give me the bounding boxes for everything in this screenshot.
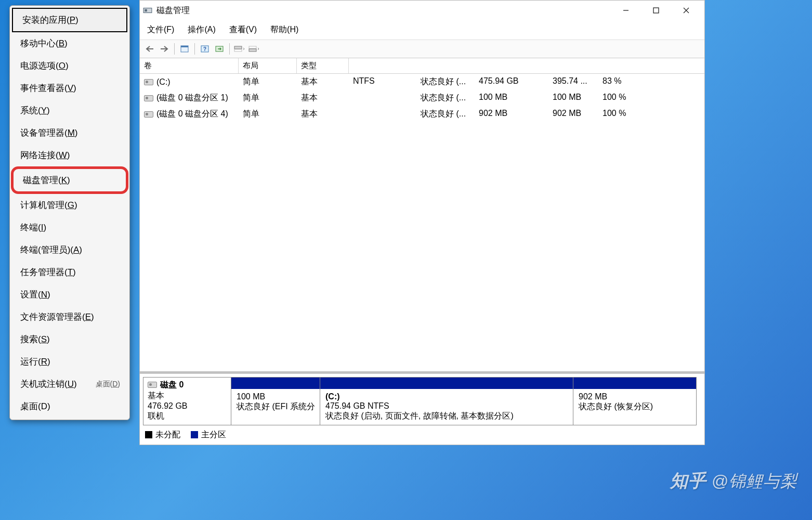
menu-help[interactable]: 帮助(H) (267, 22, 302, 37)
volume-layout: 简单 (239, 91, 297, 105)
toolbar: ? (140, 40, 704, 58)
disk-capacity: 476.92 GB (148, 401, 227, 411)
svg-rect-3 (653, 8, 659, 13)
chevron-right-icon: 桌面(D) (96, 380, 120, 389)
volume-fs: NTFS (349, 75, 416, 89)
toolbar-separator (174, 43, 175, 55)
volume-fs (349, 107, 416, 121)
svg-rect-13 (249, 46, 256, 48)
menu-item-settings[interactable]: 设置(N) (11, 283, 128, 306)
partition-size: 100 MB (237, 392, 315, 401)
partition-status: 状态良好 (启动, 页面文件, 故障转储, 基本数据分区) (325, 411, 568, 422)
volume-type: 基本 (297, 75, 349, 89)
menu-item-system[interactable]: 系统(Y) (11, 99, 128, 122)
volume-capacity: 475.94 GB (475, 75, 548, 89)
menu-item-task-manager[interactable]: 任务管理器(T) (11, 261, 128, 283)
winx-context-menu: 安装的应用(P) 移动中心(B) 电源选项(O) 事件查看器(V) 系统(Y) … (9, 5, 130, 420)
partition-bar (231, 378, 320, 389)
volume-table-header: 卷 布局 类型 (140, 58, 704, 74)
menu-item-event-viewer[interactable]: 事件查看器(V) (11, 77, 128, 99)
swatch-primary (191, 431, 198, 438)
menu-item-installed-apps[interactable]: 安装的应用(P) (12, 8, 127, 32)
app-icon (143, 6, 152, 15)
volume-type: 基本 (297, 107, 349, 121)
disk-label[interactable]: 磁盘 0 基本 476.92 GB 联机 (143, 377, 231, 425)
partition-efi[interactable]: 100 MB 状态良好 (EFI 系统分 (231, 377, 320, 425)
volume-pct: 83 % (598, 75, 640, 89)
col-volume[interactable]: 卷 (140, 58, 239, 73)
window-title: 磁盘管理 (156, 5, 611, 16)
swatch-unallocated (145, 431, 152, 438)
svg-text:?: ? (203, 46, 206, 52)
legend-primary: 主分区 (191, 430, 226, 440)
menu-item-mobility-center[interactable]: 移动中心(B) (11, 32, 128, 55)
menu-item-device-manager[interactable]: 设备管理器(M) (11, 122, 128, 144)
disk-state: 联机 (148, 411, 227, 422)
back-button[interactable] (143, 42, 156, 56)
col-type[interactable]: 类型 (297, 58, 349, 73)
menu-item-computer-management[interactable]: 计算机管理(G) (11, 194, 128, 216)
disk-graphical-view: 磁盘 0 基本 476.92 GB 联机 100 MB 状态良好 (EFI 系统… (140, 373, 704, 425)
menu-item-run[interactable]: 运行(R) (11, 350, 128, 373)
volume-free: 902 MB (548, 107, 598, 121)
volume-status: 状态良好 (... (416, 91, 475, 105)
volume-pct: 100 % (598, 107, 640, 121)
menu-item-terminal-admin[interactable]: 终端(管理员)(A) (11, 239, 128, 261)
view-top-button[interactable] (233, 42, 246, 56)
volume-row[interactable]: (C:) 简单 基本 NTFS 状态良好 (... 475.94 GB 395.… (140, 74, 704, 90)
partition-size: 475.94 GB NTFS (325, 401, 568, 411)
view-bottom-button[interactable] (247, 42, 261, 56)
volume-icon (144, 95, 153, 101)
partition-status: 状态良好 (恢复分区) (579, 401, 691, 412)
menu-item-file-explorer[interactable]: 文件资源管理器(E) (11, 306, 128, 328)
menu-item-desktop[interactable]: 桌面(D) (11, 395, 128, 418)
partition-bar (573, 378, 696, 389)
svg-rect-14 (249, 49, 256, 51)
volume-free: 100 MB (548, 91, 598, 105)
svg-rect-12 (234, 49, 242, 51)
forward-button[interactable] (158, 42, 171, 56)
menu-item-network-connections[interactable]: 网络连接(W) (11, 144, 128, 166)
volume-status: 状态良好 (... (416, 107, 475, 121)
refresh-button[interactable] (213, 42, 226, 56)
window-titlebar[interactable]: 磁盘管理 (140, 1, 704, 20)
properties-button[interactable] (178, 42, 191, 56)
menu-view[interactable]: 查看(V) (226, 22, 260, 37)
menu-item-terminal[interactable]: 终端(I) (11, 216, 128, 239)
minimize-button[interactable] (611, 1, 641, 20)
partition-recovery[interactable]: 902 MB 状态良好 (恢复分区) (573, 377, 697, 425)
volume-layout: 简单 (239, 107, 297, 121)
legend-bar: 未分配 主分区 (140, 425, 704, 445)
menu-file[interactable]: 文件(F) (144, 22, 177, 37)
disk-management-window: 磁盘管理 文件(F) 操作(A) 查看(V) 帮助(H) ? 卷 布局 类型 (139, 0, 705, 445)
svg-rect-1 (145, 9, 147, 12)
svg-rect-11 (234, 46, 242, 49)
partition-c[interactable]: (C:) 475.94 GB NTFS 状态良好 (启动, 页面文件, 故障转储… (320, 377, 573, 425)
col-layout[interactable]: 布局 (239, 58, 297, 73)
menu-item-power-options[interactable]: 电源选项(O) (11, 55, 128, 77)
partition-status: 状态良好 (EFI 系统分 (237, 401, 315, 412)
menu-item-search[interactable]: 搜索(S) (11, 328, 128, 350)
volume-capacity: 100 MB (475, 91, 548, 105)
menu-item-disk-management[interactable]: 磁盘管理(K) (11, 166, 128, 194)
toolbar-separator (194, 43, 195, 55)
maximize-button[interactable] (641, 1, 671, 20)
volume-pct: 100 % (598, 91, 640, 105)
svg-rect-7 (181, 46, 188, 47)
menubar: 文件(F) 操作(A) 查看(V) 帮助(H) (140, 20, 704, 40)
close-button[interactable] (671, 1, 701, 20)
volume-row[interactable]: (磁盘 0 磁盘分区 4) 简单 基本 状态良好 (... 902 MB 902… (140, 106, 704, 122)
disk-type: 基本 (148, 391, 227, 401)
help-icon[interactable]: ? (198, 42, 212, 56)
menu-action[interactable]: 操作(A) (185, 22, 218, 37)
volume-name: (磁盘 0 磁盘分区 4) (156, 109, 228, 120)
toolbar-separator (229, 43, 230, 55)
volume-type: 基本 (297, 91, 349, 105)
menu-item-shutdown[interactable]: 关机或注销(U)桌面(D) (11, 373, 128, 395)
volume-row[interactable]: (磁盘 0 磁盘分区 1) 简单 基本 状态良好 (... 100 MB 100… (140, 90, 704, 106)
partition-title: (C:) (325, 392, 568, 401)
volume-list-area: 卷 布局 类型 (C:) 简单 基本 NTFS 状态良好 (... 475.94… (140, 58, 704, 373)
volume-capacity: 902 MB (475, 107, 548, 121)
legend-unallocated: 未分配 (145, 430, 180, 440)
volume-icon (144, 111, 153, 118)
